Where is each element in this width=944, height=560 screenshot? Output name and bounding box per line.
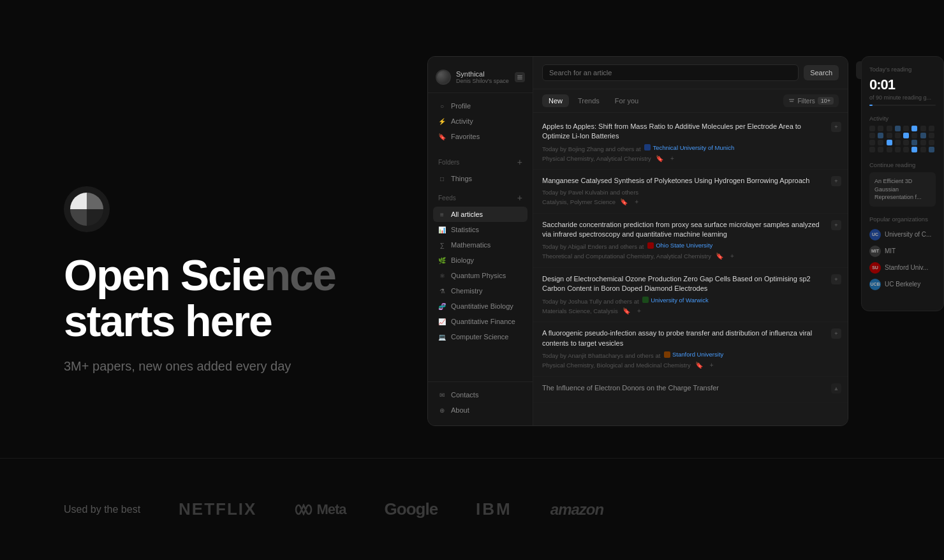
bookmark-icon[interactable]: 🔖	[622, 306, 631, 315]
article-expand-button[interactable]: +	[831, 274, 841, 284]
article-meta: Today by Abigail Enders and others at Oh…	[542, 242, 839, 250]
add-icon[interactable]: +	[707, 361, 716, 370]
sidebar-item-things[interactable]: □ Things	[433, 171, 527, 186]
article-item[interactable]: Apples to Apples: Shift from Mass Ratio …	[533, 115, 848, 170]
tab-new[interactable]: New	[542, 94, 569, 107]
sidebar-item-computer-science[interactable]: 💻 Computer Science	[433, 329, 527, 344]
article-meta: Today by Bojing Zhang and others at Tech…	[542, 144, 839, 152]
activity-cell	[887, 133, 892, 138]
article-meta: Today by Pavel Kulvabin and others	[542, 189, 839, 196]
sidebar-item-profile[interactable]: ○ Profile	[433, 98, 527, 114]
sidebar-item-activity[interactable]: ⚡ Activity	[433, 114, 527, 129]
add-feed-button[interactable]: +	[517, 193, 522, 203]
article-expand-button[interactable]: +	[831, 122, 841, 132]
org-name: UC Berkeley	[885, 281, 920, 288]
article-university: Technical University of Munich	[653, 144, 734, 151]
user-name: Synthical	[456, 70, 509, 78]
search-button[interactable]: Search	[804, 65, 839, 80]
search-input[interactable]	[542, 64, 799, 81]
used-by-label: Used by the best	[64, 504, 140, 515]
sidebar-item-quantitative-finance[interactable]: 📈 Quantitative Finance	[433, 314, 527, 329]
article-university: Stanford University	[672, 351, 723, 358]
activity-cell	[878, 126, 883, 131]
sidebar-item-quantitative-biology[interactable]: 🧬 Quantitative Biology	[433, 298, 527, 314]
sidebar-item-label: Profile	[451, 102, 471, 110]
activity-cell	[895, 140, 901, 145]
continue-reading-card[interactable]: An Efficient 3D Gaussian Representation …	[869, 172, 936, 207]
bookmark-icon[interactable]: 🔖	[715, 252, 724, 261]
feeds-label: Feeds	[438, 195, 456, 202]
sidebar-item-biology[interactable]: 🌿 Biology	[433, 253, 527, 268]
activity-cell	[903, 133, 909, 138]
org-item[interactable]: UCB UC Berkeley	[869, 276, 936, 293]
sidebar-item-label: Activity	[451, 117, 473, 125]
ibm-logo: IBM	[476, 499, 512, 519]
article-item[interactable]: Saccharide concentration prediction from…	[533, 214, 848, 268]
article-item[interactable]: The Influence of Electron Donors on the …	[533, 377, 848, 402]
continue-reading-label: Continue reading	[869, 161, 936, 168]
sidebar-item-label: Things	[451, 175, 472, 182]
meta-icon	[295, 504, 313, 515]
tab-trends[interactable]: Trends	[572, 94, 606, 107]
activity-cell	[869, 126, 875, 131]
sidebar-toggle[interactable]	[515, 72, 525, 82]
add-icon[interactable]: +	[728, 252, 737, 261]
activity-cell	[878, 133, 883, 138]
sidebar-item-all-articles[interactable]: ≡ All articles	[433, 207, 527, 222]
sidebar-item-label: Favorites	[451, 133, 480, 140]
sidebar-item-chemistry[interactable]: ⚗ Chemistry	[433, 283, 527, 298]
add-icon[interactable]: +	[668, 154, 677, 163]
activity-cell	[929, 126, 934, 131]
sidebar-bottom: ✉ Contacts ⊕ About	[428, 381, 533, 418]
article-title: Apples to Apples: Shift from Mass Ratio …	[542, 122, 839, 142]
activity-cell	[903, 126, 909, 131]
sidebar-item-contacts[interactable]: ✉ Contacts	[433, 387, 527, 402]
cs-icon: 💻	[438, 333, 446, 341]
org-item[interactable]: MIT MIT	[869, 243, 936, 260]
article-tags: Physical Chemistry, Biological and Medic…	[542, 361, 839, 370]
add-icon[interactable]: +	[635, 306, 644, 315]
org-item[interactable]: UC University of C...	[869, 226, 936, 243]
bookmark-icon[interactable]: 🔖	[619, 198, 628, 207]
reading-sub: of 90 minute reading g...	[869, 94, 936, 101]
article-expand-button[interactable]: ▲	[831, 383, 841, 394]
chemistry-icon: ⚗	[438, 287, 446, 295]
add-folder-button[interactable]: +	[517, 157, 522, 167]
avatar	[436, 70, 451, 85]
article-title: The Influence of Electron Donors on the …	[542, 383, 839, 393]
svg-rect-1	[517, 75, 522, 77]
tab-for-you[interactable]: For you	[608, 94, 645, 107]
profile-icon: ○	[438, 102, 446, 110]
activity-cell	[920, 133, 926, 138]
folders-label: Folders	[438, 159, 459, 166]
add-icon[interactable]: +	[632, 198, 641, 207]
activity-cell	[895, 133, 901, 138]
sidebar-item-favorites[interactable]: 🔖 Favorites	[433, 129, 527, 144]
meta-logo: Meta	[295, 501, 346, 518]
activity-cell	[878, 147, 883, 152]
activity-cell	[895, 126, 901, 131]
org-item[interactable]: SU Stanford Univ...	[869, 260, 936, 276]
activity-cell	[929, 147, 934, 152]
sidebar-item-label: Quantum Physics	[451, 272, 506, 279]
article-item[interactable]: A fluorogenic pseudo-infection assay to …	[533, 322, 848, 376]
sidebar-item-about[interactable]: ⊕ About	[433, 402, 527, 418]
activity-cell	[903, 147, 909, 152]
bookmark-icon[interactable]: 🔖	[655, 154, 664, 163]
folders-section: Folders + □ Things	[428, 154, 533, 186]
article-expand-button[interactable]: +	[831, 176, 841, 186]
quant-fin-icon: 📈	[438, 318, 446, 325]
article-expand-button[interactable]: +	[831, 328, 841, 339]
article-expand-button[interactable]: +	[831, 220, 841, 230]
sidebar-item-mathematics[interactable]: ∑ Mathematics	[433, 237, 527, 253]
bookmark-icon[interactable]: 🔖	[695, 361, 704, 370]
filters-button[interactable]: Filters 10+	[783, 94, 839, 107]
article-item[interactable]: Design of Electrochemical Ozone Producti…	[533, 268, 848, 322]
article-tags: Catalysis, Polymer Science 🔖 +	[542, 198, 839, 207]
hero-subtitle: 3M+ papers, new ones added every day	[64, 359, 357, 374]
activity-section: Activity	[869, 115, 936, 152]
article-item[interactable]: Manganese Catalysed Synthesis of Polyket…	[533, 170, 848, 213]
tabs-row: New Trends For you Filters 10+	[533, 89, 848, 113]
sidebar-item-quantum-physics[interactable]: ⚛ Quantum Physics	[433, 268, 527, 283]
sidebar-item-statistics[interactable]: 📊 Statistics	[433, 222, 527, 237]
